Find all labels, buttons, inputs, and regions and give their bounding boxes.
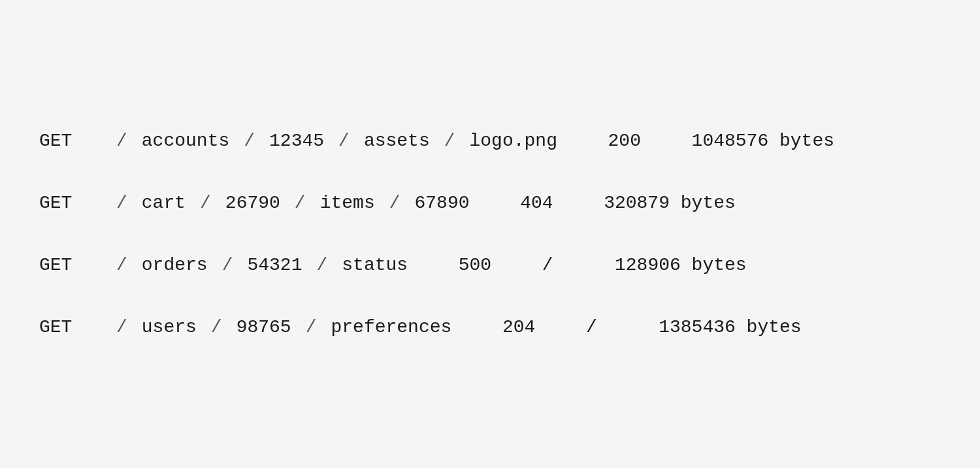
sep-2d: / <box>389 190 400 216</box>
sep-3c: / <box>316 252 327 278</box>
method-4: GET <box>39 314 91 340</box>
status-1: 200 <box>608 128 641 154</box>
segment-1-assets: assets <box>364 128 430 154</box>
segment-3-id: 54321 <box>247 252 302 278</box>
segment-2-itemid: 67890 <box>415 190 470 216</box>
segment-4-id: 98765 <box>237 314 291 340</box>
sep-4b: / <box>211 314 222 340</box>
segment-3-orders: orders <box>142 252 208 278</box>
sep-3a: / <box>116 252 127 278</box>
sep-3f <box>568 252 600 278</box>
status-4: 204 <box>502 314 535 340</box>
log-entry-3: GET / orders / 54321 / status 500 / 1289… <box>39 234 941 296</box>
method-2: GET <box>39 190 91 216</box>
sep-1c: / <box>338 128 350 154</box>
segment-2-id: 26790 <box>225 190 280 216</box>
segment-1-id: 12345 <box>269 128 324 154</box>
sep-3e <box>506 252 528 278</box>
log-entry-4: GET / users / 98765 / preferences 204 / … <box>39 296 941 358</box>
size-1: 1048576 bytes <box>692 128 834 154</box>
size-2: 320879 bytes <box>604 190 736 216</box>
sep-4c: / <box>306 314 317 340</box>
sep-2a: / <box>116 190 127 216</box>
sep-1f <box>655 128 678 154</box>
log-entry-2: GET / cart / 26790 / items / 67890 404 3… <box>39 172 941 234</box>
size-3: 128906 bytes <box>615 252 747 278</box>
sep-4f <box>612 314 644 340</box>
size-4: 1385436 bytes <box>659 314 801 340</box>
sep-2c: / <box>295 190 306 216</box>
segment-1-accounts: accounts <box>142 128 229 154</box>
segment-2-items: items <box>320 190 375 216</box>
log-entry-1: GET / accounts / 12345 / assets / logo.p… <box>39 110 941 172</box>
segment-1-file: logo.png <box>470 128 557 154</box>
segment-2-cart: cart <box>142 190 186 216</box>
method-1: GET <box>39 128 91 154</box>
sep-3d <box>422 252 444 278</box>
sep-4d <box>466 314 488 340</box>
segment-3-status: status <box>342 252 408 278</box>
sep-1d: / <box>444 128 455 154</box>
status-3: 500 <box>459 252 491 278</box>
sep-3b: / <box>222 252 233 278</box>
sep-2f <box>568 190 590 216</box>
segment-4-preferences: preferences <box>331 314 451 340</box>
sep-1e <box>572 128 594 154</box>
sep-2e <box>484 190 506 216</box>
status-2: 404 <box>520 190 553 216</box>
sep-1a: / <box>116 128 127 154</box>
sep-4a: / <box>116 314 127 340</box>
sep-slash-4: / <box>586 314 597 340</box>
sep-slash-3: / <box>542 252 553 278</box>
log-container: GET / accounts / 12345 / assets / logo.p… <box>39 110 941 359</box>
sep-1b: / <box>244 128 255 154</box>
sep-4e <box>549 314 572 340</box>
method-3: GET <box>39 252 91 278</box>
segment-4-users: users <box>142 314 197 340</box>
sep-2b: / <box>200 190 211 216</box>
